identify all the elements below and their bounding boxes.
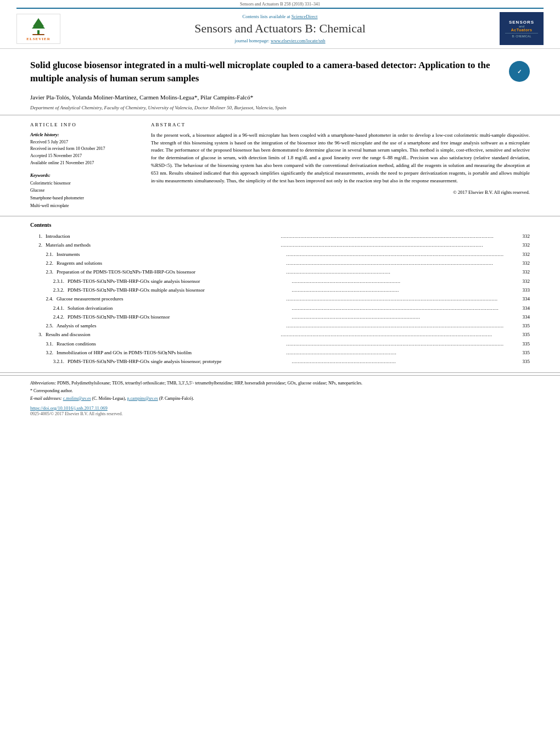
svg-rect-3 [32, 34, 44, 35]
email1-attribution: (C. Molins-Legua), [92, 396, 127, 401]
contents-title: Contents [30, 222, 530, 228]
email1-link[interactable]: c.molins@uv.es [63, 396, 91, 401]
article-title: Solid glucose biosensor integrated in a … [30, 59, 503, 85]
issn-line: 0925-4005/© 2017 Elsevier B.V. All right… [30, 411, 530, 416]
abbreviations-label: Abbreviations: [30, 381, 56, 386]
toc-item-2-4: 2.4. Glucose measurement procedures ....… [30, 295, 530, 303]
svg-marker-2 [32, 21, 45, 29]
journal-homepage: journal homepage: www.elsevier.com/locat… [71, 38, 489, 43]
toc-item-2-4-2: 2.4.2. PDMS-TEOS-SiO₂NPs-TMB-HRP-GOx bio… [30, 313, 530, 321]
page: Sensors and Actuators B 258 (2018) 331–3… [0, 0, 560, 742]
toc-item-2-1: 2.1. Instruments .......................… [30, 250, 530, 259]
journal-homepage-url[interactable]: www.elsevier.com/locate/snb [271, 38, 326, 43]
crossmark-icon: ✓ [517, 69, 522, 75]
keywords-title: Keywords: [30, 172, 140, 178]
authors-line: Javier Pla-Tolós, Yolanda Moliner-Martín… [0, 90, 560, 103]
abstract-text: In the present work, a biosensor adapted… [151, 132, 530, 186]
affiliation-text: Department of Analytical Chemistry, Facu… [30, 105, 287, 110]
toc-item-3-2: 3.2. Immobilization of HRP and GOx in PD… [30, 349, 530, 357]
elsevier-text: ELSEVIER [26, 37, 50, 41]
toc-item-2-5: 2.5. Analysis of samples ...............… [30, 322, 530, 330]
article-title-section: Solid glucose biosensor integrated in a … [0, 49, 560, 90]
email2-link[interactable]: p.campins@uv.es [127, 396, 158, 401]
citation-text: Sensors and Actuators B 258 (2018) 331–3… [240, 2, 320, 7]
journal-center-info: Contents lists available at ScienceDirec… [60, 14, 500, 43]
toc-item-2-2: 2.2. Reagents and solutions ............… [30, 259, 530, 267]
toc-item-2: 2. Materials and methods ...............… [30, 241, 530, 249]
doi-link[interactable]: https://doi.org/10.1016/j.snb.2017.11.06… [30, 405, 108, 411]
abstract-column: ABSTRACT In the present work, a biosenso… [151, 122, 530, 210]
toc-item-2-3-2: 2.3.2. PDMS-TEOS-SiO₂NPs-TMB-HRP-GOx mul… [30, 286, 530, 294]
crossmark-badge[interactable]: ✓ [509, 61, 530, 82]
article-info-abstract-section: ARTICLE INFO Article history: Received 5… [0, 115, 560, 217]
sciencedirect-text[interactable]: ScienceDirect [292, 14, 318, 19]
keyword-3: Smartphone-based photometer [30, 194, 140, 202]
elsevier-tree-icon [25, 16, 52, 36]
abbreviations-line: Abbreviations: PDMS, Polydimethylsiloxan… [30, 380, 530, 387]
toc-item-3-2-1: 3.2.1. PDMS-TEOS-SiO₂NPs-TMB-HRP-GOx sin… [30, 358, 530, 366]
svg-rect-0 [37, 30, 40, 35]
sciencedirect-link: Contents lists available at ScienceDirec… [71, 14, 489, 19]
keyword-4: Multi-well microplate [30, 202, 140, 210]
email-addresses-line: E-mail addresses: c.molins@uv.es (C. Mol… [30, 395, 530, 402]
footer-section: Abbreviations: PDMS, Polydimethylsiloxan… [0, 375, 560, 420]
revised-date: Received in revised form 10 October 2017 [30, 146, 140, 153]
keyword-2: Glucose [30, 187, 140, 194]
sensors-actuators-logo: SENSORS and AcTuators B: CHEMICAL [500, 12, 544, 45]
toc-item-1: 1. Introduction ........................… [30, 232, 530, 241]
article-info-heading: ARTICLE INFO [30, 122, 140, 127]
b-chemical-text: B: CHEMICAL [512, 35, 531, 38]
email-label: E-mail addresses: [30, 396, 62, 401]
abbreviations-text: PDMS, Polydimethylsiloxane; TEOS, tetrae… [57, 381, 362, 386]
actuators-logo-text: AcTuators [511, 28, 533, 32]
contents-section: Contents 1. Introduction ...............… [0, 216, 560, 372]
toc-item-2-3-1: 2.3.1. PDMS-TEOS-SiO₂NPs-TMB-HRP-GOx sin… [30, 277, 530, 286]
toc-item-3: 3. Results and discussion ..............… [30, 331, 530, 339]
history-title: Article history: [30, 132, 140, 137]
abstract-heading: ABSTRACT [151, 122, 530, 127]
accepted-date: Accepted 15 November 2017 [30, 153, 140, 160]
journal-header: ELSEVIER Contents lists available at Sci… [0, 9, 560, 49]
article-info-column: ARTICLE INFO Article history: Received 5… [30, 122, 140, 210]
journal-name: Sensors and Actuators B: Chemical [71, 21, 489, 36]
keywords-block: Keywords: Colorimetric biosensor Glucose… [30, 172, 140, 209]
toc-item-2-3: 2.3. Preparation of the PDMS-TEOS-SiO₂NP… [30, 268, 530, 276]
authors-text: Javier Pla-Tolós, Yolanda Moliner-Martín… [30, 94, 253, 101]
toc-item-2-4-1: 2.4.1. Solution derivatization .........… [30, 304, 530, 313]
article-history-block: Article history: Received 5 July 2017 Re… [30, 132, 140, 167]
sensors-logo-text: SENSORS [509, 20, 534, 25]
keyword-1: Colorimetric biosensor [30, 180, 140, 187]
doi-line: https://doi.org/10.1016/j.snb.2017.11.06… [30, 405, 530, 411]
toc-item-3-1: 3.1. Reaction conditions ...............… [30, 340, 530, 348]
email2-attribution: (P. Campíns-Falcó). [159, 396, 194, 401]
copyright-line: © 2017 Elsevier B.V. All rights reserved… [151, 189, 530, 195]
affiliation-line: Department of Analytical Chemistry, Facu… [0, 103, 560, 115]
journal-citation: Sensors and Actuators B 258 (2018) 331–3… [16, 0, 544, 9]
received-date: Received 5 July 2017 [30, 139, 140, 146]
available-date: Available online 21 November 2017 [30, 160, 140, 167]
elsevier-logo: ELSEVIER [16, 14, 60, 44]
corresponding-note: * Corresponding author. [30, 388, 530, 394]
